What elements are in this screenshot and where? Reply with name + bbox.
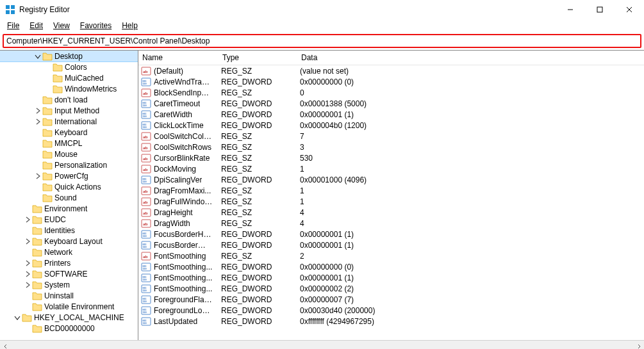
- value-type: REG_DWORD: [217, 77, 296, 86]
- maximize-button[interactable]: [585, 0, 615, 19]
- tree-item[interactable]: Personalization: [0, 159, 138, 170]
- value-row[interactable]: DragHeightREG_SZ4: [138, 207, 644, 218]
- value-data: 0x00000001 (1): [296, 230, 644, 239]
- tree-item[interactable]: MuiCached: [0, 72, 138, 83]
- value-name: CaretWidth: [154, 110, 192, 119]
- tree-item[interactable]: International: [0, 116, 138, 127]
- tree-item[interactable]: PowerCfg: [0, 170, 138, 181]
- tree-item[interactable]: Keyboard: [0, 127, 138, 138]
- folder-icon: [32, 247, 42, 257]
- tree-item[interactable]: BCD00000000: [0, 323, 138, 334]
- folder-icon: [22, 312, 32, 323]
- tree-expander-icon[interactable]: [33, 107, 42, 115]
- tree-item[interactable]: Sound: [0, 192, 138, 203]
- tree-item-label: Mouse: [54, 150, 78, 159]
- tree-item[interactable]: Uninstall: [0, 290, 138, 301]
- value-row[interactable]: DpiScalingVerREG_DWORD0x00001000 (4096): [138, 174, 644, 185]
- value-row[interactable]: DockMovingREG_SZ1: [138, 163, 644, 174]
- value-row[interactable]: FontSmoothing...REG_DWORD0x00000002 (2): [138, 283, 644, 294]
- horizontal-scrollbar[interactable]: [0, 340, 644, 349]
- value-name: (Default): [154, 67, 183, 76]
- value-data: 0x00000000 (0): [296, 77, 644, 86]
- folder-icon: [32, 323, 42, 334]
- value-row[interactable]: ActiveWndTrack...REG_DWORD0x00000000 (0): [138, 76, 644, 87]
- values-pane[interactable]: Name Type Data (Default)REG_SZ(value not…: [138, 51, 644, 340]
- tree-item[interactable]: Input Method: [0, 105, 138, 116]
- menubar: File Edit View Favorites Help: [0, 19, 644, 32]
- tree-item[interactable]: Identities: [0, 225, 138, 236]
- tree-expander-icon[interactable]: [13, 314, 22, 321]
- tree-expander-icon[interactable]: [33, 53, 42, 60]
- folder-icon: [42, 182, 53, 192]
- path-input[interactable]: Computer\HKEY_CURRENT_USER\Control Panel…: [3, 34, 641, 48]
- string-value-icon: [141, 197, 151, 207]
- value-name: FontSmoothing: [154, 252, 206, 261]
- value-row[interactable]: CursorBlinkRateREG_SZ530: [138, 152, 644, 163]
- tree-item-label: Network: [44, 248, 72, 257]
- tree-item[interactable]: System: [0, 279, 138, 290]
- tree-item-label: SOFTWARE: [44, 270, 88, 279]
- tree-expander-icon[interactable]: [33, 172, 42, 180]
- value-row[interactable]: FontSmoothing...REG_DWORD0x00000001 (1): [138, 272, 644, 283]
- tree-expander-icon[interactable]: [23, 281, 32, 289]
- tree-item-label: Uninstall: [44, 291, 74, 300]
- menu-view[interactable]: View: [49, 20, 74, 31]
- value-row[interactable]: (Default)REG_SZ(value not set): [138, 65, 644, 76]
- value-row[interactable]: CoolSwitchRowsREG_SZ3: [138, 142, 644, 152]
- tree-item-label: EUDC: [44, 215, 66, 224]
- tree-item[interactable]: Volatile Environment: [0, 301, 138, 312]
- tree-item[interactable]: Environment: [0, 203, 138, 214]
- value-row[interactable]: CoolSwitchColu...REG_SZ7: [138, 131, 644, 142]
- close-button[interactable]: [615, 0, 644, 19]
- tree-item[interactable]: MMCPL: [0, 138, 138, 149]
- value-row[interactable]: ForegroundLock...REG_DWORD0x00030d40 (20…: [138, 305, 644, 316]
- value-row[interactable]: BlockSendInput...REG_SZ0: [138, 87, 644, 98]
- menu-edit[interactable]: Edit: [25, 20, 47, 31]
- value-row[interactable]: LastUpdatedREG_DWORD0xffffffff (42949672…: [138, 316, 644, 327]
- tree-expander-icon[interactable]: [23, 216, 32, 223]
- value-row[interactable]: DragFullWindowsREG_SZ1: [138, 196, 644, 207]
- header-type[interactable]: Type: [219, 53, 297, 62]
- tree-pane[interactable]: DesktopColorsMuiCachedWindowMetricsdon't…: [0, 51, 138, 340]
- tree-item[interactable]: don't load: [0, 94, 138, 105]
- scroll-right-icon[interactable]: [633, 341, 644, 349]
- value-row[interactable]: CaretWidthREG_DWORD0x00000001 (1): [138, 109, 644, 120]
- tree-item[interactable]: WindowMetrics: [0, 83, 138, 94]
- value-row[interactable]: DragWidthREG_SZ4: [138, 218, 644, 229]
- tree-expander-icon[interactable]: [23, 259, 32, 267]
- header-data[interactable]: Data: [297, 53, 644, 62]
- tree-item[interactable]: Keyboard Layout: [0, 236, 138, 247]
- value-row[interactable]: FontSmoothingREG_SZ2: [138, 250, 644, 261]
- tree-item[interactable]: Network: [0, 247, 138, 257]
- tree-item[interactable]: Mouse: [0, 149, 138, 159]
- tree-item[interactable]: HKEY_LOCAL_MACHINE: [0, 312, 138, 323]
- value-row[interactable]: ClickLockTimeREG_DWORD0x000004b0 (1200): [138, 120, 644, 131]
- tree-item-label: Keyboard Layout: [44, 237, 103, 246]
- value-row[interactable]: FocusBorderHei...REG_DWORD0x00000001 (1): [138, 229, 644, 239]
- tree-item-label: Desktop: [54, 52, 83, 61]
- minimize-button[interactable]: [556, 0, 585, 19]
- value-row[interactable]: DragFromMaxi...REG_SZ1: [138, 185, 644, 196]
- scroll-left-icon[interactable]: [0, 341, 11, 349]
- value-type: REG_DWORD: [217, 317, 296, 326]
- tree-item[interactable]: SOFTWARE: [0, 268, 138, 279]
- value-type: REG_DWORD: [217, 175, 296, 184]
- tree-expander-icon[interactable]: [33, 118, 42, 126]
- tree-item[interactable]: Colors: [0, 61, 138, 72]
- string-value-icon: [141, 153, 151, 163]
- value-row[interactable]: FocusBorderWid...REG_DWORD0x00000001 (1): [138, 239, 644, 250]
- value-row[interactable]: FontSmoothing...REG_DWORD0x00000000 (0): [138, 261, 644, 272]
- menu-help[interactable]: Help: [117, 20, 142, 31]
- menu-favorites[interactable]: Favorites: [76, 20, 116, 31]
- menu-file[interactable]: File: [3, 20, 24, 31]
- tree-item[interactable]: Printers: [0, 257, 138, 268]
- tree-expander-icon[interactable]: [23, 270, 32, 278]
- tree-item[interactable]: EUDC: [0, 214, 138, 225]
- header-name[interactable]: Name: [138, 53, 219, 62]
- value-type: REG_DWORD: [217, 110, 296, 119]
- tree-item[interactable]: Quick Actions: [0, 181, 138, 192]
- value-row[interactable]: ForegroundFlas...REG_DWORD0x00000007 (7): [138, 294, 644, 305]
- tree-expander-icon[interactable]: [23, 238, 32, 245]
- tree-item[interactable]: Desktop: [0, 51, 138, 61]
- value-row[interactable]: CaretTimeoutREG_DWORD0x00001388 (5000): [138, 98, 644, 109]
